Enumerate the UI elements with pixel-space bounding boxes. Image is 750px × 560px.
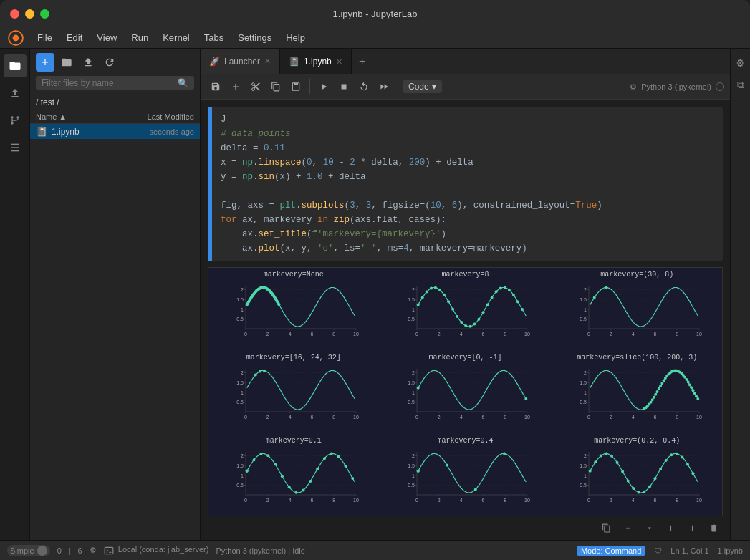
close-button[interactable] [10, 9, 19, 19]
new-folder-button[interactable] [57, 53, 76, 72]
file-list-header: Name ▲ Last Modified [30, 110, 200, 124]
menu-file[interactable]: File [30, 30, 59, 45]
add-above-button[interactable] [661, 518, 680, 537]
svg-point-334 [351, 477, 354, 480]
svg-text:8: 8 [504, 415, 507, 420]
kernel-status: Python 3 (ipykernel) | Idle [216, 546, 305, 555]
cell-type-select[interactable]: Code ▾ [403, 80, 442, 93]
breadcrumb: / test / [30, 95, 200, 110]
svg-point-201 [254, 373, 257, 376]
right-panel-settings-icon[interactable]: ⚙ [732, 54, 749, 72]
svg-text:0: 0 [244, 415, 247, 420]
svg-text:8: 8 [332, 415, 335, 420]
svg-text:1: 1 [584, 307, 587, 312]
plot-cell: markevery=80.511.520246810 [380, 268, 551, 349]
svg-text:0: 0 [587, 332, 590, 337]
env-label: Local (conda: jlab_server) [104, 545, 209, 555]
svg-text:1.5: 1.5 [236, 463, 244, 468]
svg-point-328 [309, 480, 312, 483]
tab-notebook[interactable]: 📓 1.ipynb ✕ [280, 49, 352, 74]
run-button[interactable] [314, 77, 333, 96]
minimize-button[interactable] [25, 9, 34, 19]
code-line-j: J [221, 112, 714, 127]
svg-point-291 [696, 397, 699, 400]
tab-launcher[interactable]: 🚀 Launcher ✕ [201, 49, 280, 74]
svg-point-265 [654, 393, 657, 396]
move-up-button[interactable] [618, 518, 637, 537]
menu-edit[interactable]: Edit [59, 30, 90, 45]
svg-point-1 [13, 34, 19, 41]
svg-point-123 [421, 296, 424, 299]
svg-text:6: 6 [654, 332, 657, 337]
file-icon: 📓 [36, 126, 47, 137]
plot-svg: 0.511.520246810 [226, 363, 362, 430]
svg-point-289 [693, 392, 696, 395]
search-bar[interactable]: 🔍 [36, 76, 194, 90]
svg-text:8: 8 [332, 332, 335, 337]
svg-point-122 [417, 304, 420, 306]
add-tab-button[interactable]: + [352, 49, 373, 74]
fast-forward-button[interactable] [375, 77, 393, 96]
menu-view[interactable]: View [90, 30, 124, 45]
svg-text:0.5: 0.5 [580, 400, 587, 405]
svg-text:0: 0 [416, 415, 419, 420]
sidebar-item-files[interactable] [4, 54, 27, 77]
close-notebook-tab[interactable]: ✕ [336, 57, 342, 67]
menu-help[interactable]: Help [279, 30, 312, 45]
svg-point-264 [653, 396, 655, 399]
move-down-button[interactable] [640, 518, 658, 537]
notebook-content: J # data points delta = 0.11 x = np.lins… [201, 100, 730, 516]
svg-point-267 [658, 387, 660, 390]
settings-icon[interactable]: ⚙ [90, 546, 97, 555]
right-panel-extension-icon[interactable]: ⧉ [732, 76, 749, 93]
add-cell-button[interactable] [226, 77, 245, 96]
menu-kernel[interactable]: Kernel [155, 30, 197, 45]
cell-content[interactable]: J # data points delta = 0.11 x = np.lins… [212, 107, 723, 261]
list-item[interactable]: 📓 1.ipynb seconds ago [30, 124, 200, 139]
plot-cell: markevery=(0.2, 0.4)0.511.520246810 [552, 434, 722, 516]
svg-text:0: 0 [587, 498, 590, 503]
menu-settings[interactable]: Settings [231, 30, 279, 45]
maximize-button[interactable] [40, 9, 49, 19]
svg-text:4: 4 [460, 498, 463, 503]
svg-point-401 [638, 491, 640, 494]
sidebar-item-list[interactable] [4, 136, 27, 159]
window-title: 1.ipynb - JupyterLab [333, 9, 418, 19]
kernel-settings-icon[interactable]: ⚙ [630, 82, 637, 92]
paste-button[interactable] [287, 77, 305, 96]
refresh-button[interactable] [100, 53, 119, 72]
svg-text:0.5: 0.5 [580, 317, 587, 322]
close-launcher-tab[interactable]: ✕ [264, 57, 271, 66]
svg-text:1: 1 [413, 473, 415, 478]
menu-tabs[interactable]: Tabs [197, 30, 231, 45]
column-name: Name ▲ [36, 112, 122, 121]
upload-button[interactable] [79, 53, 97, 72]
svg-rect-412 [105, 547, 113, 554]
menubar: File Edit View Run Kernel Tabs Settings … [0, 27, 750, 49]
tabs-bar: 🚀 Launcher ✕ 📓 1.ipynb ✕ + [201, 49, 730, 74]
svg-text:8: 8 [332, 498, 335, 503]
save-button[interactable] [206, 77, 225, 96]
cut-button[interactable] [246, 77, 265, 96]
delete-cell-button[interactable] [704, 518, 723, 537]
svg-text:8: 8 [504, 498, 507, 503]
copy-cell-button[interactable] [597, 518, 615, 537]
menu-run[interactable]: Run [124, 30, 155, 45]
plot-cell: markevery=None0.511.520246810 [208, 268, 379, 349]
sidebar-item-git[interactable] [4, 109, 27, 132]
search-input[interactable] [42, 78, 175, 88]
stop-button[interactable] [335, 77, 353, 96]
new-file-button[interactable] [36, 53, 54, 72]
svg-point-4 [11, 122, 13, 124]
svg-text:1.5: 1.5 [408, 297, 415, 302]
notebook-icon: 📓 [289, 57, 299, 67]
restart-button[interactable] [355, 77, 373, 96]
svg-point-365 [504, 453, 506, 455]
svg-rect-7 [11, 147, 19, 148]
svg-text:1.5: 1.5 [580, 463, 587, 468]
copy-button[interactable] [266, 77, 285, 96]
add-below-button[interactable] [683, 518, 701, 537]
svg-point-262 [650, 401, 653, 404]
sidebar-item-upload[interactable] [4, 82, 27, 105]
mode-toggle[interactable]: Simple [7, 545, 50, 556]
